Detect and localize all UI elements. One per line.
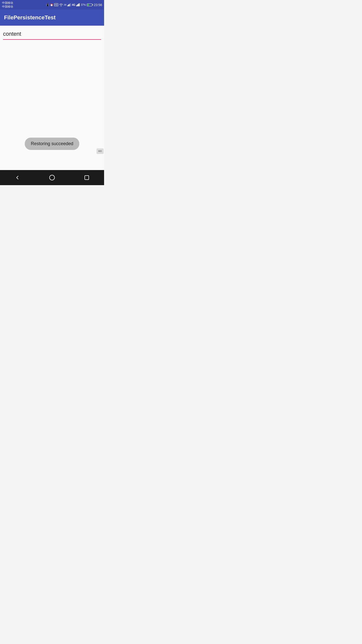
svg-rect-7 [78,4,78,6]
app-title: FilePersistenceTest [4,14,56,21]
time: 23:56 [94,3,102,7]
content-input[interactable] [3,30,101,40]
vibrate-icon: 📳 [46,4,49,6]
svg-rect-1 [68,5,69,6]
nav-home-button[interactable] [44,170,60,185]
nav-back-button[interactable] [10,170,25,185]
content-area: Restoring succeeded 截图 [0,26,104,170]
status-bar: 中国移动 中国移动 📳 ⏰ HD 26 [0,0,104,10]
svg-rect-3 [70,4,70,6]
toast-container: Restoring succeeded [25,138,79,150]
signal2-icon [76,3,80,6]
signal-icon [67,3,71,6]
main-space: Restoring succeeded [0,40,104,170]
svg-rect-8 [78,4,79,6]
svg-rect-11 [85,176,89,180]
battery-icon [87,4,92,6]
carrier2: 中国移动 [2,5,13,8]
network-type-icon: 4G [72,4,75,6]
watermark: 截图 [97,148,104,154]
alarm-icon: ⏰ [50,4,53,6]
svg-rect-6 [77,5,78,6]
svg-rect-9 [79,3,80,6]
toast-message: Restoring succeeded [31,141,73,146]
wifi-strength: 26 [64,4,66,6]
svg-rect-0 [67,5,68,6]
nav-bar [0,170,104,185]
status-icons: 📳 ⏰ HD 26 4G [46,3,102,7]
svg-rect-4 [70,3,71,6]
hd-icon: HD [54,3,58,6]
wifi-icon [59,3,63,6]
svg-rect-5 [76,5,77,6]
svg-rect-2 [69,4,70,6]
battery-percent: 37% [81,4,86,6]
carrier-info: 中国移动 中国移动 [2,1,13,8]
app-bar: FilePersistenceTest [0,10,104,26]
svg-point-10 [50,175,55,180]
input-container [0,26,104,40]
toast: Restoring succeeded [25,138,79,150]
nav-recents-button[interactable] [79,170,94,185]
carrier1: 中国移动 [2,1,13,5]
